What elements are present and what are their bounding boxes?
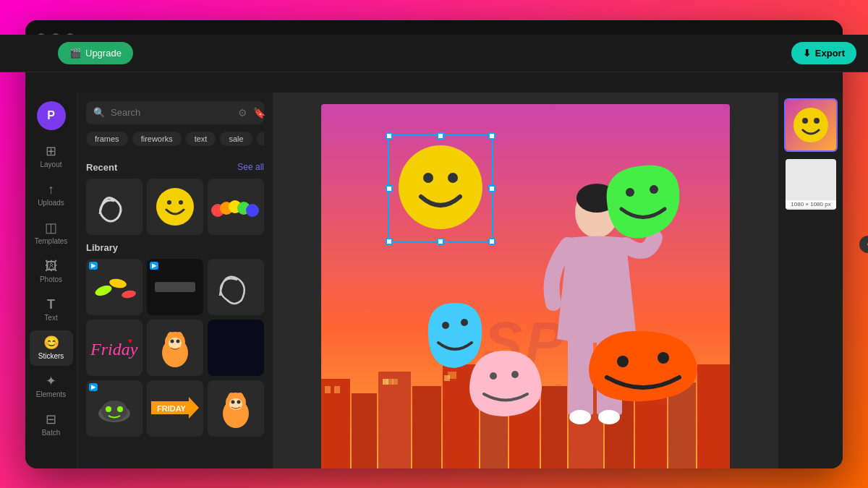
sticker-dark-photo[interactable] bbox=[208, 320, 264, 376]
swirl-svg bbox=[93, 185, 136, 228]
filter-icon[interactable]: ⚙ bbox=[238, 107, 247, 119]
sticker-caterpillar[interactable] bbox=[208, 179, 264, 235]
sidebar-item-templates[interactable]: ◫ Templates bbox=[30, 215, 73, 251]
sticker-smiley-yellow-panel[interactable] bbox=[147, 179, 203, 235]
sidebar-item-text[interactable]: T Text bbox=[30, 292, 73, 328]
see-all-recent[interactable]: See all bbox=[237, 162, 264, 172]
sidebar-label-elements: Elements bbox=[36, 390, 67, 398]
svg-rect-49 bbox=[697, 364, 730, 468]
library-title: Library bbox=[86, 242, 118, 253]
sticker-neon-worms[interactable]: ▶ bbox=[86, 259, 142, 315]
thumbnail-2[interactable]: 1080 × 1080 px bbox=[784, 158, 838, 211]
logo-letter: P bbox=[47, 109, 55, 122]
svg-point-67 bbox=[442, 322, 449, 329]
layout-icon: ⊞ bbox=[46, 145, 56, 158]
svg-point-1 bbox=[167, 200, 171, 205]
handle-tr[interactable] bbox=[488, 132, 495, 140]
sticker-tiger-2[interactable] bbox=[208, 380, 264, 437]
sticker-friday-dark[interactable]: ▶ bbox=[147, 259, 203, 315]
svg-point-18 bbox=[169, 338, 182, 349]
svg-point-73 bbox=[793, 108, 828, 142]
smiley-orange-canvas[interactable] bbox=[585, 325, 701, 408]
text-icon: T bbox=[47, 298, 55, 311]
sticker-swirl[interactable] bbox=[86, 179, 142, 235]
export-button[interactable]: ⬇ Export bbox=[791, 55, 843, 65]
export-icon: ⬇ bbox=[803, 55, 811, 59]
smiley-large-selected[interactable] bbox=[393, 140, 488, 237]
handle-bc[interactable] bbox=[437, 238, 444, 245]
svg-rect-50 bbox=[383, 379, 388, 385]
stickers-icon: 😊 bbox=[43, 336, 59, 349]
svg-point-61 bbox=[598, 410, 620, 424]
chip-text[interactable]: text bbox=[186, 132, 216, 146]
sticker-friday-arrow[interactable]: FRIDAY bbox=[147, 380, 203, 437]
svg-point-72 bbox=[511, 371, 519, 378]
canvas-wrapper: SP SIGMA4PC.ORG bbox=[273, 93, 778, 468]
svg-point-7 bbox=[246, 204, 259, 217]
sidebar-item-batch[interactable]: ⊟ Batch bbox=[30, 407, 73, 442]
handle-tc[interactable] bbox=[437, 132, 444, 140]
templates-icon: ◫ bbox=[45, 221, 57, 234]
sidebar-item-stickers[interactable]: 😊 Stickers bbox=[30, 330, 73, 366]
svg-point-65 bbox=[626, 188, 634, 197]
design-canvas[interactable]: SP SIGMA4PC.ORG bbox=[321, 104, 730, 468]
sidebar-item-layout[interactable]: ⊞ Layout bbox=[30, 139, 73, 174]
sidebar-item-photos[interactable]: 🖼 Photos bbox=[30, 254, 73, 289]
svg-point-8 bbox=[94, 283, 114, 297]
upgrade-button[interactable]: 🎬 Upgrade bbox=[58, 55, 133, 65]
search-input[interactable] bbox=[111, 107, 232, 118]
svg-point-69 bbox=[617, 356, 629, 367]
sticker-friday-pink[interactable]: Friday ♥ bbox=[86, 320, 142, 376]
smiley-large-svg bbox=[393, 140, 488, 234]
svg-point-64 bbox=[448, 173, 458, 183]
sidebar-item-uploads[interactable]: ↑ Uploads bbox=[30, 177, 73, 213]
handle-tl[interactable] bbox=[386, 132, 393, 140]
svg-rect-11 bbox=[155, 282, 195, 292]
svg-rect-39 bbox=[412, 386, 441, 468]
tiger2-svg bbox=[217, 388, 255, 428]
smiley-orange-svg bbox=[585, 325, 701, 405]
sidebar-label-uploads: Uploads bbox=[38, 199, 64, 207]
smiley-yellow-svg bbox=[153, 185, 197, 228]
elements-icon: ✦ bbox=[46, 374, 56, 388]
svg-rect-35 bbox=[334, 386, 340, 393]
sidebar-item-elements[interactable]: ✦ Elements bbox=[30, 369, 73, 404]
svg-point-0 bbox=[156, 188, 194, 226]
smiley-pink-canvas[interactable] bbox=[466, 347, 545, 422]
svg-point-68 bbox=[461, 319, 468, 326]
svg-point-19 bbox=[171, 340, 174, 343]
handle-br[interactable] bbox=[488, 238, 495, 245]
handle-mr[interactable] bbox=[488, 185, 495, 192]
chip-fireworks[interactable]: fireworks bbox=[132, 132, 182, 146]
thumbnail-1[interactable] bbox=[784, 98, 838, 152]
handle-ml[interactable] bbox=[386, 185, 393, 192]
panel-content: Recent See all bbox=[77, 155, 273, 468]
svg-point-74 bbox=[802, 118, 808, 124]
svg-rect-34 bbox=[325, 386, 331, 393]
right-panel: 1080 × 1080 px bbox=[778, 93, 843, 468]
header-left: 🎬 Upgrade bbox=[58, 55, 133, 65]
bookmark-icon[interactable]: 🔖 bbox=[253, 107, 265, 119]
chip-frames[interactable]: frames bbox=[86, 132, 128, 146]
chip-sale[interactable]: sale bbox=[220, 132, 252, 146]
uploads-icon: ↑ bbox=[48, 183, 54, 196]
svg-point-32 bbox=[237, 401, 241, 404]
library-section-header: Library bbox=[86, 235, 264, 259]
recent-section-header: Recent See all bbox=[86, 155, 264, 179]
sticker-space-creature[interactable]: ▶ bbox=[86, 380, 142, 437]
neon-worms-svg bbox=[93, 269, 136, 305]
svg-point-10 bbox=[121, 289, 136, 299]
app-window: 🎬 Upgrade ⬇ Export P ⊞ Layout ↑ bbox=[25, 20, 843, 468]
smiley-green-canvas[interactable] bbox=[600, 162, 686, 244]
svg-text:FRIDAY: FRIDAY bbox=[157, 404, 187, 413]
handle-bl[interactable] bbox=[386, 238, 393, 245]
search-bar: 🔍 ⚙ 🔖 bbox=[86, 101, 264, 124]
library-grid: ▶ ▶ bbox=[86, 259, 264, 437]
chip-happ[interactable]: happ bbox=[257, 132, 264, 146]
logo-button[interactable]: P bbox=[37, 101, 66, 130]
sticker-tiger[interactable] bbox=[147, 320, 203, 376]
filter-chips: frames fireworks text sale happ bbox=[86, 132, 264, 149]
sticker-swirl-2[interactable] bbox=[208, 259, 264, 315]
svg-point-20 bbox=[176, 340, 180, 343]
stickers-panel: 🔍 ⚙ 🔖 frames fireworks text bbox=[77, 93, 273, 468]
